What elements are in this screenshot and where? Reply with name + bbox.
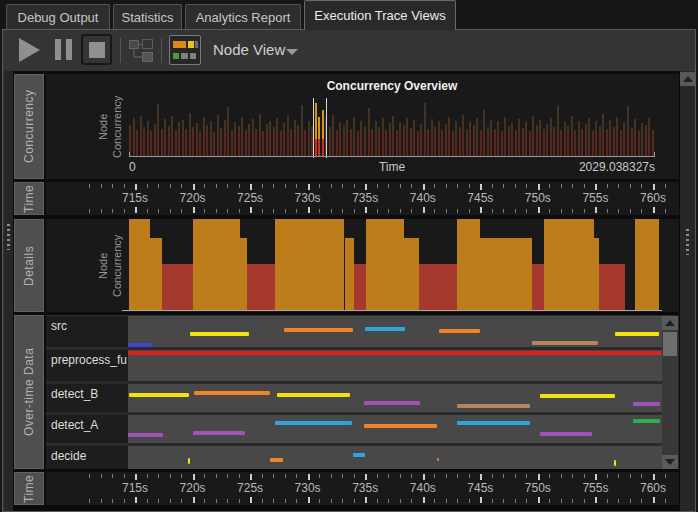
trace-segment[interactable]	[277, 393, 351, 397]
row-timeline[interactable]	[128, 446, 662, 469]
ruler-tick-label: 760s	[631, 481, 675, 495]
major-tick	[653, 207, 655, 213]
trace-segment[interactable]	[457, 421, 530, 425]
trace-segment[interactable]	[457, 404, 530, 408]
overview-bar	[227, 107, 229, 156]
trace-segment[interactable]	[284, 328, 353, 332]
trace-segment[interactable]	[437, 458, 439, 461]
overview-bar	[413, 120, 415, 156]
concurrency-section-header[interactable]: Concurrency	[14, 74, 44, 179]
trace-segment[interactable]	[364, 401, 420, 405]
row-label[interactable]: preprocess_fu	[46, 350, 128, 381]
overview-histogram[interactable]	[129, 100, 655, 156]
pane-scrollbar[interactable]	[680, 71, 695, 511]
minor-tick	[89, 184, 90, 188]
splitter-grip-icon[interactable]	[686, 229, 689, 255]
details-concurrency-segment	[366, 219, 404, 310]
row-timeline[interactable]	[128, 350, 662, 381]
details-section-header[interactable]: Details	[14, 219, 44, 312]
overview-bar	[434, 126, 436, 156]
trace-segment[interactable]	[128, 343, 152, 347]
overview-bar	[262, 131, 264, 156]
time-ruler-top-section: Time 715s720s725s730s735s740s745s750s755…	[14, 182, 679, 215]
play-button[interactable]	[19, 38, 40, 62]
row-label[interactable]: src	[46, 316, 128, 347]
tab-analytics-report[interactable]: Analytics Report	[185, 4, 301, 29]
trace-content-area: Concurrency Concurrency Overview Node Co…	[4, 71, 695, 511]
trace-segment[interactable]	[540, 432, 592, 436]
concurrency-overview-chart[interactable]: Concurrency Overview Node Concurrency 0 …	[46, 74, 679, 179]
scroll-up-button[interactable]	[662, 316, 678, 330]
minor-tick	[434, 184, 435, 188]
rows-scrollbar[interactable]	[662, 316, 678, 469]
left-splitter-handle[interactable]	[4, 71, 13, 511]
ruler-tick-label: 750s	[516, 191, 560, 205]
minor-tick	[204, 499, 205, 503]
timeline-view-button[interactable]	[169, 35, 201, 65]
tab-statistics[interactable]: Statistics	[113, 4, 182, 29]
time-ruler-top[interactable]: 715s720s725s730s735s740s745s750s755s760s	[46, 182, 679, 215]
scroll-down-button[interactable]	[662, 455, 678, 469]
row-timeline[interactable]	[128, 415, 662, 443]
overview-bar	[357, 131, 359, 156]
trace-segment[interactable]	[129, 393, 189, 397]
trace-segment[interactable]	[614, 460, 616, 466]
tree-view-button[interactable]	[128, 36, 155, 63]
row-timeline[interactable]	[128, 316, 662, 347]
trace-segment[interactable]	[364, 424, 437, 428]
overtime-section-header[interactable]: Over-time Data	[14, 315, 44, 469]
trace-segment[interactable]	[633, 419, 660, 423]
trace-segment[interactable]	[190, 332, 249, 336]
trace-segment[interactable]	[128, 433, 163, 437]
trace-segment[interactable]	[128, 351, 661, 355]
overview-bar	[164, 119, 166, 156]
details-concurrency-segment	[240, 238, 247, 310]
minor-tick	[170, 209, 171, 213]
overview-bar	[161, 129, 163, 156]
overview-bar	[571, 116, 573, 156]
row-label[interactable]: detect_A	[46, 415, 128, 443]
row-timeline[interactable]	[128, 384, 662, 412]
row-label[interactable]: decide	[46, 446, 128, 469]
tab-debug-output[interactable]: Debug Output	[6, 4, 110, 29]
minor-tick	[239, 474, 240, 478]
major-tick	[595, 474, 597, 480]
minor-tick	[112, 499, 113, 503]
trace-segment[interactable]	[532, 341, 598, 345]
node-view-dropdown-label[interactable]: Node View	[213, 41, 285, 58]
trace-segment[interactable]	[353, 453, 366, 457]
row-label[interactable]: detect_B	[46, 384, 128, 412]
time-ruler-header[interactable]: Time	[14, 472, 44, 505]
trace-segment[interactable]	[194, 391, 270, 395]
pause-button[interactable]	[55, 39, 72, 60]
trace-segment[interactable]	[270, 458, 284, 462]
major-tick	[250, 207, 252, 213]
minor-tick	[561, 499, 562, 503]
stop-button[interactable]	[81, 34, 112, 65]
trace-segment[interactable]	[439, 329, 480, 333]
minor-tick	[285, 499, 286, 503]
time-ruler-bottom[interactable]: 715s720s725s730s735s740s745s750s755s760s	[46, 472, 679, 505]
trace-segment[interactable]	[633, 402, 660, 406]
trace-segment[interactable]	[275, 421, 352, 425]
trace-segment[interactable]	[188, 458, 190, 464]
scrollbar-thumb[interactable]	[663, 332, 677, 356]
tab-execution-trace-views[interactable]: Execution Trace Views	[304, 0, 456, 30]
ruler-tick-label: 720s	[171, 191, 215, 205]
details-chart[interactable]: Node Concurrency	[46, 219, 679, 312]
overview-bar	[206, 125, 208, 156]
trace-segment[interactable]	[540, 394, 615, 398]
overview-selection-region[interactable]	[313, 98, 327, 158]
minor-tick	[411, 474, 412, 478]
pane-scroll-up-button[interactable]	[680, 72, 695, 86]
trace-segment[interactable]	[193, 431, 246, 435]
ruler-tick-label: 740s	[401, 191, 445, 205]
minor-tick	[526, 474, 527, 478]
minor-tick	[665, 209, 666, 213]
overview-bar	[438, 121, 440, 156]
chevron-down-icon[interactable]	[286, 49, 298, 55]
major-tick	[308, 474, 310, 480]
trace-segment[interactable]	[365, 327, 405, 331]
trace-segment[interactable]	[615, 332, 659, 336]
time-ruler-header[interactable]: Time	[14, 182, 44, 215]
